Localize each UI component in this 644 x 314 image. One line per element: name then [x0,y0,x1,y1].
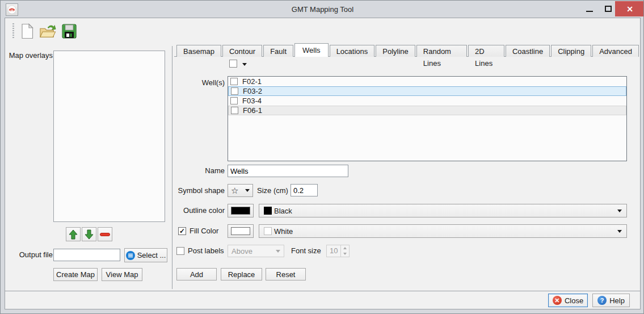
black-color-chip [264,207,272,215]
outline-color-swatch [231,207,250,215]
help-label: Help [609,296,625,305]
remove-icon [100,233,110,236]
replace-button[interactable]: Replace [221,268,262,280]
tab-random-lines[interactable]: Random Lines [416,45,467,57]
symbol-shape-dropdown[interactable]: ☆ [228,184,253,197]
move-down-button[interactable] [82,227,96,241]
font-size-label: Font size [291,245,321,257]
tab-clipping[interactable]: Clipping [551,45,591,57]
fill-color-label: Fill Color [190,224,218,238]
tab-polyline[interactable]: Polyline [376,45,415,57]
chevron-down-icon [276,250,280,253]
tab-basemap[interactable]: Basemap [176,45,221,57]
well-checkbox[interactable] [230,97,238,104]
chevron-down-icon [617,210,622,212]
toolbar-grip[interactable] [12,23,14,39]
close-button[interactable]: ✕ Close [548,294,588,307]
tab-wells[interactable]: Wells [294,43,329,57]
tab-2d-lines[interactable]: 2D Lines [468,45,504,57]
well-checkbox[interactable] [231,107,238,114]
maximize-icon [605,6,612,12]
white-color-chip [264,227,272,235]
up-arrow-icon [343,247,347,249]
well-row[interactable]: F03-2 [228,86,626,96]
spin-up-button [341,245,349,251]
save-icon [61,23,77,39]
move-up-button[interactable] [66,227,81,241]
spinner-arrows [340,245,349,257]
label-position-dropdown: Above [228,245,284,257]
down-arrow-icon [343,253,347,255]
chevron-down-icon [245,189,250,192]
tab-coastline[interactable]: Coastline [506,45,550,57]
close-label: Close [565,296,583,305]
name-input[interactable] [228,165,348,177]
remove-overlay-button[interactable] [98,227,112,241]
fill-color-value: White [274,227,293,236]
symbol-shape-label: Symbol shape [158,184,225,197]
select-output-button[interactable]: Select ... [124,248,167,262]
output-file-label: Output file [6,249,53,261]
spin-down-button [341,251,349,257]
font-size-value: 10 [327,245,340,257]
well-checkbox[interactable] [230,78,238,85]
create-map-button[interactable]: Create Map [53,268,98,281]
chevron-down-icon [617,230,622,233]
fill-color-swatch [231,227,250,235]
panel-divider [172,46,172,289]
reset-label: Reset [276,270,296,279]
fill-color-swatch-button[interactable] [228,224,254,238]
add-button[interactable]: Add [176,268,217,280]
view-map-label: View Map [106,270,138,279]
select-all-wells-checkbox[interactable] [229,60,237,68]
minimize-icon [586,11,593,12]
minimize-button[interactable] [581,1,598,16]
tab-locations[interactable]: Locations [330,45,375,57]
close-circle-icon: ✕ [553,296,562,305]
close-window-button[interactable]: ✕ [615,1,644,16]
well-name: F03-2 [243,87,262,95]
fill-color-checkbox[interactable]: ✓ [178,227,186,235]
fill-color-dropdown[interactable]: White [259,224,627,238]
close-x: ✕ [554,297,559,304]
well-row[interactable]: F02-1 [228,77,626,86]
create-map-label: Create Map [56,270,95,279]
size-input[interactable] [291,184,318,196]
titlebar[interactable]: GMT Mapping Tool ✕ [1,1,644,18]
tab-fault[interactable]: Fault [263,45,293,57]
maximize-button[interactable] [600,1,617,16]
help-circle-icon: ? [597,296,607,305]
new-file-button[interactable] [19,23,36,40]
tab-contour[interactable]: Contour [222,45,262,57]
main-content: Map overlays Output file Select ... Crea… [5,18,641,309]
help-question: ? [600,297,604,304]
map-overlays-label: Map overlays [6,51,53,60]
output-file-input[interactable] [53,249,120,261]
post-labels-label: Post labels [188,245,224,257]
move-up-icon [68,229,78,240]
app-window: GMT Mapping Tool ✕ [0,0,644,314]
well-row[interactable]: F06-1 [228,106,626,115]
wells-label: Well(s) [175,78,225,87]
select-all-dropdown-icon[interactable] [242,63,247,66]
tab-bar: Basemap Contour Fault Wells Locations Po… [176,43,640,57]
outline-color-value: Black [274,207,292,215]
map-overlays-list[interactable] [53,51,165,222]
view-map-button[interactable]: View Map [102,268,142,281]
size-label: Size (cm) [257,184,288,197]
name-label: Name [175,165,225,177]
outline-color-dropdown[interactable]: Black [259,204,627,217]
font-size-spinner: 10 [326,245,350,257]
wells-list[interactable]: F02-1 F03-2 F03-4 F06-1 [228,76,627,161]
outline-color-swatch-button[interactable] [228,204,254,217]
open-file-button[interactable] [39,23,56,40]
reset-button[interactable]: Reset [266,268,306,280]
post-labels-checkbox[interactable] [176,247,184,255]
tab-advanced[interactable]: Advanced [592,45,639,57]
select-button-label: Select ... [137,251,166,259]
select-list-icon [126,251,135,260]
well-row[interactable]: F03-4 [228,96,626,106]
help-button[interactable]: ? Help [592,294,630,307]
well-checkbox[interactable] [231,87,238,95]
save-button[interactable] [61,23,78,40]
